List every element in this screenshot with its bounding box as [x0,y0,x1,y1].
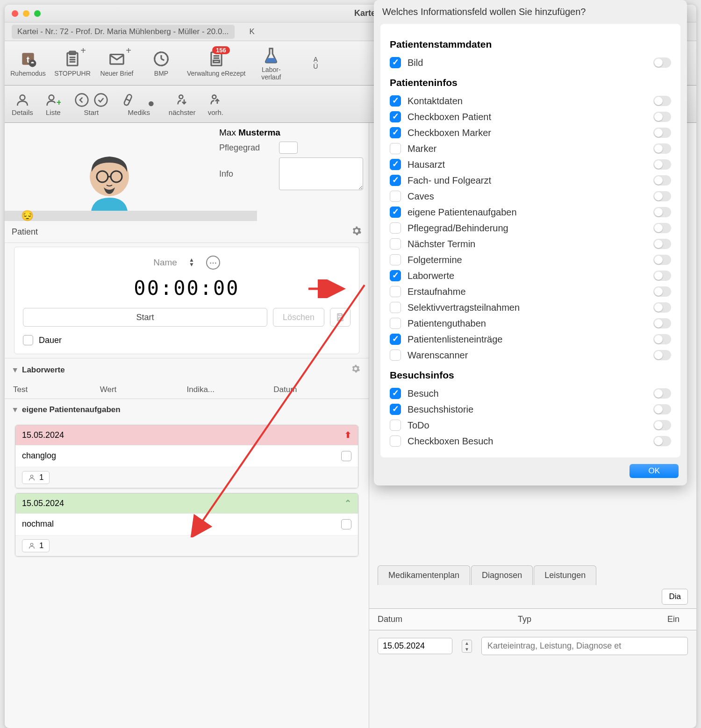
dialog-option-row[interactable]: Kontaktdaten [390,93,671,109]
dia-button[interactable]: Dia [662,589,688,605]
check-circle-icon[interactable] [93,92,109,108]
dialog-option-row[interactable]: Caves [390,188,671,204]
toolbar-more[interactable]: A Ü [297,56,334,71]
dialog-option-row[interactable]: Selektivvertragsteilnahmen [390,300,671,315]
option-checkbox[interactable] [390,388,401,399]
dialog-option-row[interactable]: Checkboxen Besuch [390,433,671,449]
dialog-option-row[interactable]: Nächster Termin [390,236,671,252]
option-toggle[interactable] [653,404,671,414]
option-checkbox[interactable] [390,143,401,154]
aufgaben-header[interactable]: ▾ eigene Patientenaufgaben [5,399,369,420]
option-checkbox[interactable] [390,159,401,170]
date-stepper[interactable]: ▲▼ [462,640,472,653]
dialog-option-row[interactable]: Fach- und Folgearzt [390,172,671,188]
option-checkbox[interactable] [390,127,401,138]
toolbar-laborverlauf[interactable]: Labor- verlauf [252,45,290,81]
option-toggle[interactable] [653,271,671,281]
option-toggle[interactable] [653,191,671,201]
dialog-option-row[interactable]: Besuchshistorie [390,401,671,417]
dialog-option-row[interactable]: Patientenguthaben [390,315,671,331]
start-button[interactable]: Start [23,308,267,327]
tab-second[interactable]: K [244,25,260,39]
option-toggle[interactable] [653,143,671,154]
save-icon[interactable] [330,308,350,327]
chevron-up-icon[interactable]: ⌃ [344,498,351,508]
option-checkbox[interactable] [390,254,401,265]
patient-settings-gear-icon[interactable] [351,226,362,238]
toolbar-details[interactable]: Details [12,92,33,116]
task-assignee-count[interactable]: 1 [22,539,50,552]
toolbar-neuer-brief[interactable]: + Neuer Brief [98,49,136,77]
dialog-option-row[interactable]: Checkboxen Marker [390,125,671,141]
option-checkbox[interactable] [390,334,401,345]
option-toggle[interactable] [653,112,671,122]
minimize-window-button[interactable] [23,10,29,17]
toolbar-ruhemodus[interactable]: t Ruhemodus [9,49,47,77]
pflegegrad-input[interactable] [279,142,298,154]
dialog-option-row[interactable]: Bild [390,55,671,71]
dialog-option-row[interactable]: Checkboxen Patient [390,109,671,125]
option-toggle[interactable] [653,286,671,297]
close-window-button[interactable] [12,10,18,17]
toolbar-mediks[interactable]: Mediks [121,92,157,116]
arrow-up-icon[interactable]: ⬆ [344,430,351,440]
option-checkbox[interactable] [390,111,401,122]
option-checkbox[interactable] [390,350,401,361]
back-icon[interactable] [73,92,90,108]
laborwerte-header[interactable]: ▾ Laborwerte [5,358,369,381]
more-menu-icon[interactable]: ⋯ [206,256,220,270]
option-toggle[interactable] [653,128,671,138]
entry-date-input[interactable] [378,638,452,654]
dialog-option-row[interactable]: Hausarzt [390,157,671,172]
dialog-option-row[interactable]: Erstaufnahme [390,284,671,300]
option-checkbox[interactable] [390,318,401,329]
tab-medikamentenplan[interactable]: Medikamentenplan [378,565,470,585]
option-checkbox[interactable] [390,238,401,250]
option-toggle[interactable] [653,96,671,106]
option-checkbox[interactable] [390,286,401,297]
dialog-option-row[interactable]: Folgetermine [390,252,671,268]
option-checkbox[interactable] [390,404,401,415]
option-toggle[interactable] [653,318,671,328]
task-assignee-count[interactable]: 1 [22,471,50,484]
task-card[interactable]: 15.05.2024⌃nochmal1 [15,493,358,557]
option-checkbox[interactable] [390,95,401,107]
option-checkbox[interactable] [390,175,401,186]
loeschen-button[interactable]: Löschen [273,308,324,327]
option-toggle[interactable] [653,388,671,399]
task-checkbox[interactable] [341,519,351,529]
tab-leistungen[interactable]: Leistungen [534,565,596,585]
option-checkbox[interactable] [390,302,401,313]
toolbar-liste[interactable]: + Liste [45,92,62,116]
name-stepper-icon[interactable]: ▲▼ [189,258,194,267]
dialog-option-row[interactable]: ToDo [390,417,671,433]
option-toggle[interactable] [653,436,671,446]
option-toggle[interactable] [653,334,671,344]
dialog-option-row[interactable]: Warenscanner [390,347,671,363]
toolbar-bmp[interactable]: BMP [143,49,180,77]
option-checkbox[interactable] [390,207,401,218]
tab-diagnosen[interactable]: Diagnosen [471,565,533,585]
tab-active[interactable]: Kartei - Nr.: 72 - Prof. Dr. Maria Mühle… [12,25,235,39]
ok-button[interactable]: OK [629,464,679,478]
option-checkbox[interactable] [390,222,401,234]
labor-gear-icon[interactable] [351,364,360,376]
toolbar-stoppuhr[interactable]: + STOPPUHR [54,49,91,77]
dialog-option-row[interactable]: Patientenlisteneinträge [390,331,671,347]
zoom-window-button[interactable] [34,10,41,17]
dialog-option-row[interactable]: Marker [390,141,671,157]
option-checkbox[interactable] [390,420,401,431]
info-textarea[interactable] [279,157,363,190]
option-toggle[interactable] [653,207,671,217]
toolbar-vorh[interactable]: vorh. [207,92,224,116]
dialog-option-row[interactable]: Pflegegrad/Behinderung [390,220,671,236]
option-checkbox[interactable] [390,435,401,447]
task-card[interactable]: 15.05.2024⬆changlog1 [15,425,358,488]
option-toggle[interactable] [653,223,671,233]
option-toggle[interactable] [653,159,671,170]
option-toggle[interactable] [653,57,671,68]
task-checkbox[interactable] [341,451,351,461]
entry-text-input[interactable] [481,637,688,655]
dialog-option-row[interactable]: Laborwerte [390,268,671,284]
option-checkbox[interactable] [390,270,401,281]
